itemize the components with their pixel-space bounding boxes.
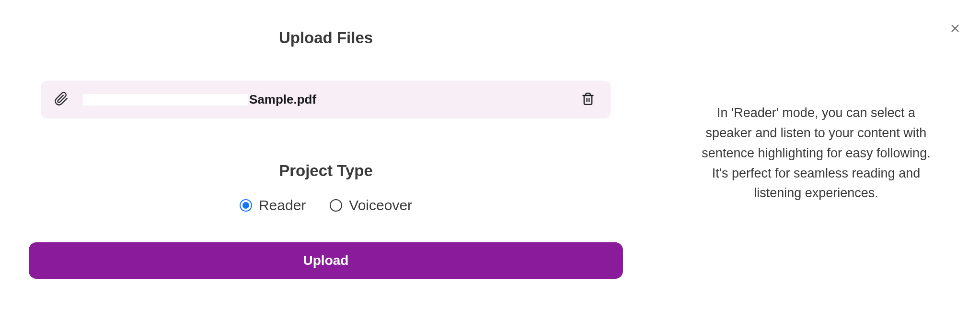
file-row: Sample.pdf <box>41 81 611 119</box>
paperclip-icon <box>54 92 69 108</box>
radio-label: Reader <box>259 197 306 214</box>
upload-panel: Upload Files Sample.pdf Project Type <box>0 0 652 321</box>
radio-option-voiceover[interactable]: Voiceover <box>330 197 412 214</box>
page-title: Upload Files <box>279 29 373 47</box>
project-type-radio-group: Reader Voiceover <box>240 197 412 214</box>
file-thumbnail <box>83 94 248 106</box>
radio-icon <box>240 199 252 212</box>
file-name: Sample.pdf <box>249 92 316 107</box>
project-type-title: Project Type <box>279 162 373 180</box>
info-panel: In 'Reader' mode, you can select a speak… <box>652 0 980 321</box>
trash-icon <box>581 92 595 107</box>
delete-file-button[interactable] <box>578 89 598 110</box>
upload-button[interactable]: Upload <box>29 242 623 279</box>
info-text: In 'Reader' mode, you can select a speak… <box>701 103 931 302</box>
close-icon <box>949 22 961 36</box>
close-button[interactable] <box>945 18 966 39</box>
radio-icon <box>330 199 342 212</box>
radio-option-reader[interactable]: Reader <box>240 197 306 214</box>
radio-label: Voiceover <box>349 197 412 214</box>
